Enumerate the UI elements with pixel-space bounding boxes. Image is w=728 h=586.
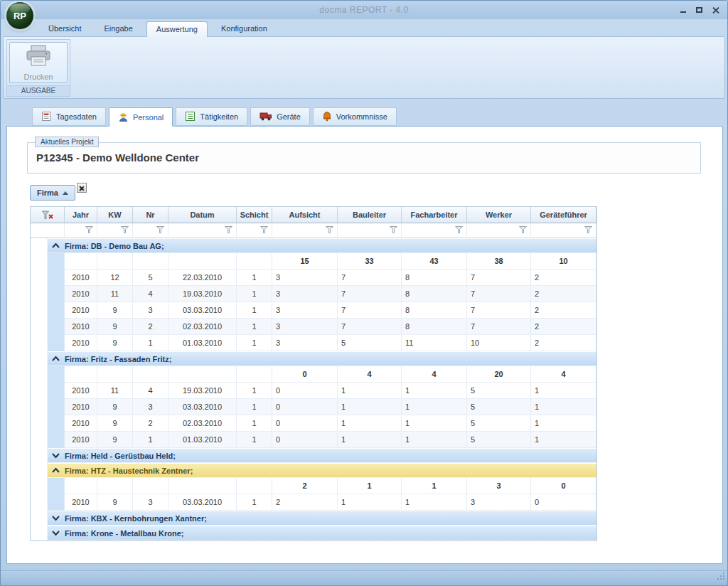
group-row[interactable]: Firma: Held - Gerüstbau Held; — [31, 448, 596, 463]
group-band[interactable]: Firma: Held - Gerüstbau Held; — [48, 448, 596, 463]
table-row[interactable]: 20109303.03.2010101151 — [31, 399, 596, 415]
cell-datum: 19.03.2010 — [168, 383, 237, 399]
filter-cell-bauleiter[interactable] — [338, 223, 402, 238]
cell-facharbeiter: 1 — [402, 383, 467, 399]
ribbon-tab-uebersicht[interactable]: Übersicht — [39, 21, 90, 36]
group-band[interactable]: Firma: DB - Demo Bau AG; — [48, 238, 596, 253]
filter-funnel-icon[interactable] — [390, 226, 397, 235]
filter-funnel-icon[interactable] — [584, 226, 592, 235]
row-indicator — [31, 319, 48, 335]
summary-empty-cell — [168, 253, 237, 270]
group-row[interactable]: Firma: KBX - Kernbohrungen Xantner; — [31, 511, 596, 526]
filter-cell-facharbeiter[interactable] — [402, 223, 467, 238]
group-row[interactable]: Firma: Krone - Metallbau Krone; — [31, 526, 596, 540]
table-row[interactable]: 201012522.03.2010137872 — [31, 270, 596, 286]
cell-geraetefuehrer: 2 — [531, 270, 596, 286]
group-band[interactable]: Firma: HTZ - Haustechnik Zentner; — [48, 463, 596, 478]
group-band[interactable]: Firma: Krone - Metallbau Krone; — [48, 526, 596, 540]
cell-schicht: 1 — [237, 319, 272, 335]
cell-nr: 1 — [133, 335, 168, 351]
maximize-button[interactable] — [693, 4, 705, 15]
group-band[interactable]: Firma: Fritz - Fassaden Fritz; — [48, 351, 596, 366]
filter-cell-jahr[interactable] — [65, 223, 97, 238]
cell-bauleiter: 1 — [338, 432, 402, 448]
ribbon-tab-eingabe[interactable]: Eingabe — [95, 21, 141, 36]
row-indicator — [31, 351, 48, 366]
ribbon-tab-konfiguration[interactable]: Konfiguration — [212, 21, 277, 36]
cell-kw: 11 — [97, 286, 133, 302]
summary-row: 1533433810 — [31, 253, 596, 270]
filter-cell-nr[interactable] — [133, 223, 168, 238]
collapse-group-icon[interactable] — [51, 467, 60, 474]
filter-funnel-icon[interactable] — [519, 226, 527, 235]
table-row[interactable]: 201011419.03.2010101151 — [31, 383, 596, 399]
filter-funnel-icon[interactable] — [225, 226, 232, 235]
cell-kw: 9 — [97, 399, 133, 415]
group-chip-firma[interactable]: Firma — [30, 185, 75, 201]
minimize-button[interactable] — [677, 4, 689, 15]
geraete-icon — [259, 111, 272, 122]
clear-filter-icon[interactable] — [31, 207, 65, 223]
cell-nr: 4 — [133, 383, 168, 399]
remove-group-button[interactable] — [77, 183, 87, 193]
table-row[interactable]: 20109202.03.2010101151 — [31, 415, 596, 432]
group-row[interactable]: Firma: HTZ - Haustechnik Zentner; — [31, 463, 596, 478]
filter-funnel-icon[interactable] — [121, 226, 129, 235]
tab-tagesdaten[interactable]: Tagesdaten — [32, 107, 106, 126]
group-label: Firma: DB - Demo Bau AG; — [65, 242, 164, 250]
resize-grip[interactable] — [717, 570, 725, 583]
expand-group-icon[interactable] — [51, 515, 60, 521]
expand-group-icon[interactable] — [51, 452, 60, 459]
cell-aufsicht: 3 — [272, 319, 338, 335]
column-header-datum[interactable]: Datum — [168, 207, 237, 223]
expand-group-icon[interactable] — [51, 530, 60, 536]
filter-funnel-icon[interactable] — [156, 226, 164, 235]
group-row[interactable]: Firma: Fritz - Fassaden Fritz; — [31, 351, 596, 366]
column-header-nr[interactable]: Nr — [133, 207, 168, 223]
filter-cell-werker[interactable] — [467, 223, 531, 238]
cell-werker: 5 — [467, 399, 531, 415]
column-header-aufsicht[interactable]: Aufsicht — [272, 207, 338, 223]
column-header-kw[interactable]: KW — [97, 207, 133, 223]
column-header-geraetefuehrer[interactable]: Geräteführer — [531, 207, 596, 223]
tab-geraete[interactable]: Geräte — [250, 107, 310, 126]
title-bar[interactable]: docma REPORT - 4.0 — [1, 1, 727, 19]
ribbon-tab-auswertung[interactable]: Auswertung — [146, 21, 208, 37]
table-row[interactable]: 20109202.03.2010137872 — [31, 319, 596, 335]
table-row[interactable]: 201011419.03.2010137872 — [31, 286, 596, 302]
filter-cell-datum[interactable] — [168, 223, 237, 238]
filter-funnel-icon[interactable] — [326, 226, 333, 235]
summary-empty-cell — [65, 253, 97, 270]
table-row[interactable]: 20109101.03.201013511102 — [31, 335, 596, 351]
close-button[interactable] — [710, 4, 722, 15]
cell-aufsicht: 0 — [272, 399, 338, 415]
collapse-group-icon[interactable] — [51, 356, 60, 362]
filter-cell-kw[interactable] — [97, 223, 133, 238]
column-header-facharbeiter[interactable]: Facharbeiter — [402, 207, 467, 223]
filter-funnel-icon[interactable] — [260, 226, 268, 235]
table-row[interactable]: 20109303.03.2010137872 — [31, 302, 596, 319]
filter-cell-aufsicht[interactable] — [272, 223, 338, 238]
cell-datum: 02.03.2010 — [168, 415, 237, 432]
group-band[interactable]: Firma: KBX - Kernbohrungen Xantner; — [48, 511, 596, 526]
tab-personal[interactable]: Personal — [109, 107, 173, 127]
app-logo[interactable]: RP — [6, 2, 33, 29]
tab-taetigkeiten[interactable]: Tätigkeiten — [176, 107, 247, 126]
column-header-jahr[interactable]: Jahr — [65, 207, 97, 223]
group-indent — [48, 270, 65, 286]
collapse-group-icon[interactable] — [51, 243, 60, 249]
table-row[interactable]: 20109303.03.2010121130 — [31, 494, 596, 511]
print-button[interactable]: Drucken — [9, 42, 68, 83]
summary-cell-geraetefuehrer: 4 — [531, 366, 596, 383]
filter-funnel-icon[interactable] — [455, 226, 463, 235]
tab-vorkommnisse[interactable]: Vorkommnisse — [313, 107, 397, 126]
column-header-schicht[interactable]: Schicht — [237, 207, 272, 223]
summary-cell-geraetefuehrer: 0 — [531, 478, 596, 494]
column-header-werker[interactable]: Werker — [467, 207, 531, 223]
table-row[interactable]: 20109101.03.2010101151 — [31, 432, 596, 448]
group-row[interactable]: Firma: DB - Demo Bau AG; — [31, 238, 596, 253]
filter-cell-schicht[interactable] — [237, 223, 272, 238]
filter-funnel-icon[interactable] — [85, 226, 93, 235]
column-header-bauleiter[interactable]: Bauleiter — [338, 207, 402, 223]
filter-cell-geraetefuehrer[interactable] — [531, 223, 596, 238]
